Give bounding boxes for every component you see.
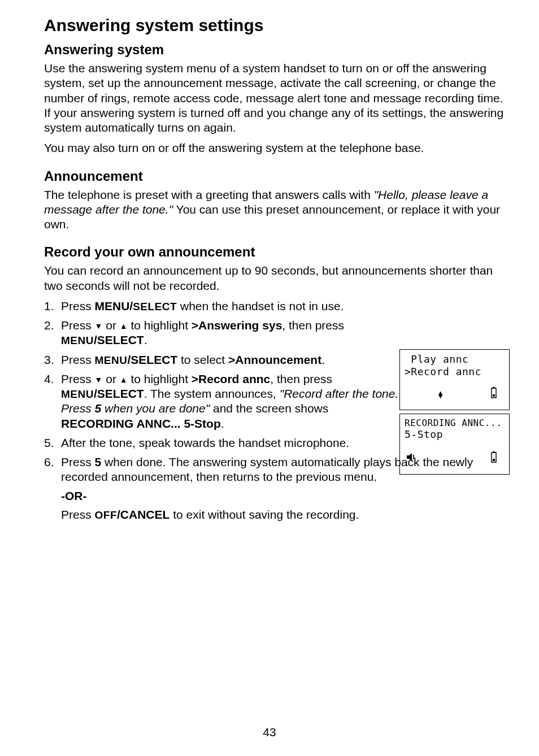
body-text: Use the answering system menu of a syste… bbox=[44, 61, 510, 135]
body-text: You can record an announcement up to 90 … bbox=[44, 263, 510, 293]
heading-answering-system: Answering system bbox=[44, 42, 510, 58]
battery-icon bbox=[490, 451, 498, 466]
text: when the handset is not in use. bbox=[177, 299, 344, 312]
text: . bbox=[221, 417, 224, 430]
page-title: Answering system settings bbox=[44, 16, 510, 35]
italic-bold-text: 5 bbox=[95, 402, 102, 415]
text: and the screen shows bbox=[210, 402, 328, 415]
text: to highlight bbox=[128, 319, 192, 332]
lcd-screens: Play annc >Record annc ▲▼ RECORDING ANNC… bbox=[399, 349, 510, 478]
body-text: Press OFF/CANCEL to exit without saving … bbox=[61, 507, 510, 522]
bold-text: >Answering sys bbox=[192, 319, 282, 332]
text: Press bbox=[61, 455, 95, 468]
bold-text: MENU/ bbox=[95, 299, 133, 312]
text: , then press bbox=[270, 372, 332, 385]
section-answering-system: Answering system Use the answering syste… bbox=[44, 42, 510, 156]
text: to select bbox=[177, 353, 228, 366]
lcd-line: 5-Stop bbox=[405, 428, 505, 441]
svg-rect-5 bbox=[493, 459, 495, 461]
list-item: Press or to highlight >Answering sys, th… bbox=[44, 318, 401, 348]
text: . The system announces, bbox=[144, 387, 280, 400]
svg-rect-2 bbox=[493, 394, 495, 397]
smallcaps-text: OFF bbox=[95, 509, 118, 521]
text: . bbox=[321, 353, 325, 366]
smallcaps-text: MENU bbox=[95, 354, 128, 366]
triangle-down-icon bbox=[95, 372, 103, 385]
body-text: You may also turn on or off the answerin… bbox=[44, 141, 510, 155]
heading-record-announcement: Record your own announcement bbox=[44, 244, 510, 260]
body-text: The telephone is preset with a greeting … bbox=[44, 188, 510, 232]
lcd-screen-play-record: Play annc >Record annc ▲▼ bbox=[399, 349, 510, 410]
bold-text: /SELECT bbox=[127, 353, 177, 366]
up-down-icon: ▲▼ bbox=[438, 391, 442, 398]
lcd-line: RECORDING ANNC... bbox=[405, 418, 505, 428]
or-text: -OR- bbox=[61, 489, 510, 503]
heading-announcement: Announcement bbox=[44, 168, 510, 184]
text: Press bbox=[61, 319, 95, 332]
bold-text: /SELECT bbox=[94, 387, 144, 400]
bold-text: RECORDING ANNC... 5-Stop bbox=[61, 417, 221, 430]
svg-rect-4 bbox=[493, 451, 495, 453]
bold-text: /CANCEL bbox=[117, 508, 169, 521]
smallcaps-text: MENU bbox=[61, 388, 94, 400]
triangle-up-icon bbox=[120, 319, 128, 332]
triangle-down-icon bbox=[95, 319, 103, 332]
lcd-screen-recording: RECORDING ANNC... 5-Stop bbox=[399, 414, 510, 475]
bold-text: 5 bbox=[95, 455, 102, 468]
list-item: Press or to highlight >Record annc, then… bbox=[44, 372, 401, 431]
bold-text: >Announcement bbox=[228, 353, 321, 366]
text: to highlight bbox=[128, 372, 192, 385]
speaker-icon bbox=[406, 451, 417, 466]
text: Press bbox=[61, 299, 95, 312]
battery-icon bbox=[490, 386, 498, 402]
list-item: Press MENU/SELECT when the handset is no… bbox=[44, 299, 510, 314]
text: Press bbox=[61, 372, 95, 385]
text: The telephone is preset with a greeting … bbox=[44, 188, 374, 201]
section-announcement: Announcement The telephone is preset wit… bbox=[44, 168, 510, 232]
italic-text: when you are done" bbox=[101, 402, 210, 415]
text: . bbox=[144, 333, 147, 346]
text: or bbox=[102, 372, 119, 385]
bold-text: /SELECT bbox=[94, 333, 144, 346]
smallcaps-text: SELECT bbox=[133, 301, 177, 312]
text: , then press bbox=[282, 319, 344, 332]
lcd-line: >Record annc bbox=[405, 366, 505, 378]
text: Press bbox=[61, 353, 95, 366]
triangle-up-icon bbox=[120, 372, 128, 385]
svg-rect-1 bbox=[493, 387, 495, 388]
bold-text: >Record annc bbox=[192, 372, 270, 385]
lcd-icons-row: ▲▼ bbox=[400, 386, 503, 402]
text: or bbox=[102, 319, 119, 332]
lcd-icons-row bbox=[400, 451, 503, 466]
page-number: 43 bbox=[0, 725, 539, 739]
smallcaps-text: MENU bbox=[61, 334, 94, 346]
text: to exit without saving the recording. bbox=[169, 508, 359, 521]
lcd-line: Play annc bbox=[405, 353, 505, 366]
text: Press bbox=[61, 508, 95, 521]
